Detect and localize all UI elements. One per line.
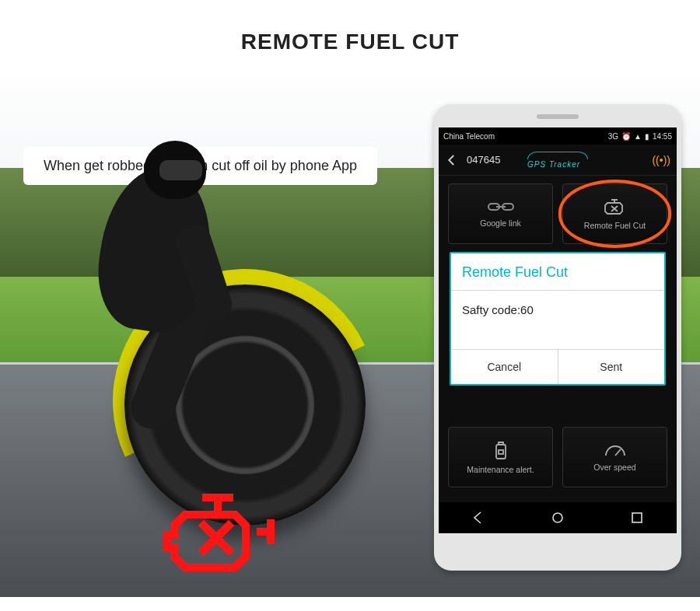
nav-back-icon[interactable] — [470, 509, 487, 526]
tile-over-speed[interactable]: Over speed — [562, 427, 667, 487]
network-icon: 3G — [608, 132, 618, 141]
dialog-body: Safty code:60 — [451, 291, 664, 349]
battery-icon: ▮ — [645, 132, 649, 141]
clock: 14:55 — [653, 132, 672, 141]
nav-recent-icon[interactable] — [628, 509, 646, 526]
oil-can-icon — [493, 440, 509, 460]
svg-rect-13 — [632, 513, 642, 522]
motorcycle-rider — [31, 129, 358, 533]
app-header: 047645 GPS Tracker ((•)) — [439, 145, 677, 176]
cancel-button[interactable]: Cancel — [451, 350, 558, 384]
svg-rect-7 — [496, 445, 506, 459]
svg-rect-8 — [499, 450, 503, 454]
link-icon — [488, 200, 514, 214]
carrier-label: China Telecom — [443, 132, 495, 141]
tile-maintenance-alert[interactable]: Maintenance alert. — [448, 427, 553, 487]
tile-label: Over speed — [593, 463, 635, 472]
sent-button[interactable]: Sent — [558, 350, 665, 384]
gauge-icon — [604, 442, 627, 458]
device-id: 047645 — [467, 154, 500, 166]
app-logo: GPS Tracker — [527, 152, 588, 169]
status-bar: China Telecom 3G ⏰ ▲ ▮ 14:55 — [439, 127, 677, 145]
svg-line-9 — [615, 449, 621, 456]
phone-mockup: China Telecom 3G ⏰ ▲ ▮ 14:55 047645 GPS … — [434, 104, 681, 571]
hero-image: When get robbed, you can cut off oil by … — [0, 75, 700, 597]
page-title: REMOTE FUEL CUT — [0, 0, 700, 75]
engine-cut-icon — [163, 491, 280, 580]
alarm-icon: ⏰ — [621, 132, 631, 141]
back-icon[interactable] — [445, 153, 459, 167]
svg-point-12 — [553, 513, 562, 522]
engine-icon — [604, 197, 627, 216]
signal-icon: ((•)) — [652, 154, 670, 166]
tile-label: Maintenance alert. — [467, 465, 534, 474]
android-navbar — [439, 502, 677, 533]
nav-home-icon[interactable] — [549, 509, 566, 526]
tile-label: Google link — [480, 218, 521, 228]
dialog-title: Remote Fuel Cut — [451, 253, 664, 291]
wifi-icon: ▲ — [634, 132, 642, 141]
fuel-cut-dialog: Remote Fuel Cut Safty code:60 Cancel Sen… — [450, 252, 666, 386]
tile-remote-fuel-cut[interactable]: Remote Fuel Cut — [562, 183, 667, 244]
tile-google-link[interactable]: Google link — [448, 183, 553, 244]
